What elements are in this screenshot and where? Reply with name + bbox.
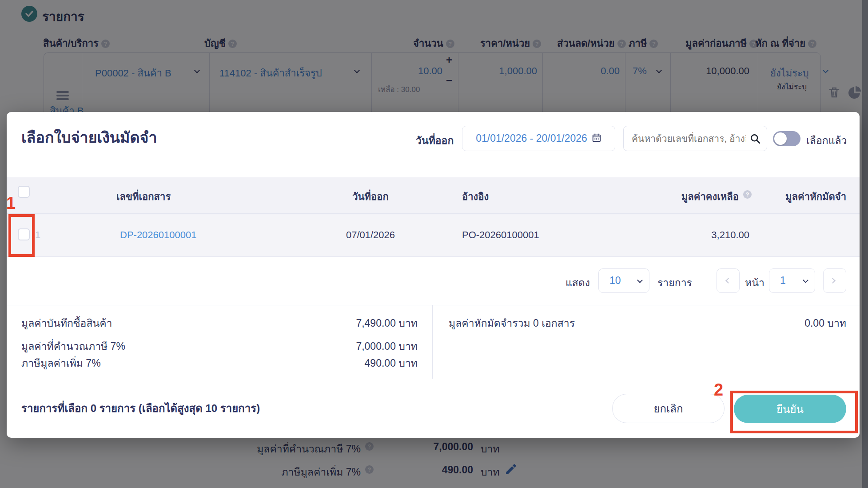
header-reference: อ้างอิง	[462, 189, 489, 204]
summary-value: 7,000.00 บาท	[273, 338, 418, 354]
select-all-checkbox[interactable]	[18, 186, 30, 198]
chevron-right-icon	[831, 278, 835, 286]
summary-right-value: 0.00 บาท	[713, 315, 846, 331]
modal-table-header: เลขที่เอกสาร วันที่ออก อ้างอิง มูลค่าคงเ…	[7, 177, 860, 214]
summary-label: มูลค่าที่คำนวณภาษี 7%	[21, 338, 125, 354]
row-remaining: 3,210.00	[650, 229, 749, 241]
search-box	[623, 126, 767, 151]
row-reference: PO-20260100001	[462, 229, 539, 241]
page-label: หน้า	[745, 275, 764, 291]
header-doc-no: เลขที่เอกสาร	[116, 189, 171, 204]
selected-only-toggle[interactable]	[773, 131, 800, 146]
page-select[interactable]: 1	[769, 268, 815, 293]
chevron-down-icon	[638, 278, 642, 286]
items-label: รายการ	[657, 275, 692, 291]
table-row[interactable]: 1 DP-20260100001 07/01/2026 PO-202601000…	[7, 214, 860, 257]
header-remaining: มูลค่าคงเหลือ	[628, 189, 739, 204]
search-icon[interactable]	[749, 132, 761, 147]
calendar-icon	[592, 133, 601, 144]
modal-title: เลือกใบจ่ายเงินมัดจำ	[21, 125, 157, 149]
cancel-button[interactable]: ยกเลิก	[612, 394, 725, 423]
app-screen: รายการ สินค้า/บริการ ? บัญชี ? จำนวน ? ร…	[0, 0, 868, 488]
summary-value: 490.00 บาท	[273, 355, 418, 371]
next-page-button[interactable]	[823, 268, 846, 293]
summary-value: 7,490.00 บาท	[273, 315, 418, 331]
annotation-box-2	[730, 391, 858, 433]
summary-label: มูลค่าบันทึกซื้อสินค้า	[21, 315, 112, 331]
date-range-input[interactable]: 01/01/2026 - 20/01/2026	[462, 126, 615, 151]
help-icon[interactable]: ?	[743, 190, 752, 199]
summary-divider	[432, 305, 433, 379]
annotation-box-1	[8, 214, 35, 257]
deposit-select-modal: เลือกใบจ่ายเงินมัดจำ วันที่ออก 01/01/202…	[7, 112, 860, 438]
header-deposit-deduct: มูลค่าหักมัดจำ	[757, 189, 846, 204]
toggle-knob	[774, 132, 787, 145]
summary-section: มูลค่าบันทึกซื้อสินค้า 7,490.00 บาท มูลค…	[7, 305, 860, 378]
annotation-step-2: 2	[714, 380, 723, 400]
page-size-select[interactable]: 10	[598, 268, 649, 293]
show-label: แสดง	[565, 275, 590, 291]
summary-right-label: มูลค่าหักมัดจำรวม 0 เอกสาร	[449, 315, 575, 331]
chevron-left-icon	[726, 278, 730, 286]
search-input[interactable]	[624, 126, 767, 151]
row-issue-date: 07/01/2026	[326, 229, 415, 241]
issue-date-label: วันที่ออก	[416, 132, 454, 148]
annotation-step-1: 1	[6, 194, 16, 213]
doc-no-link[interactable]: DP-20260100001	[120, 229, 196, 241]
chevron-down-icon	[804, 278, 808, 286]
summary-label: ภาษีมูลค่าเพิ่ม 7%	[21, 355, 101, 371]
prev-page-button[interactable]	[717, 268, 740, 293]
row-index: 1	[35, 229, 40, 241]
selected-only-label: เลือกแล้ว	[806, 132, 847, 148]
selected-count-text: รายการที่เลือก 0 รายการ (เลือกได้สูงสุด …	[21, 400, 260, 417]
header-issue-date: วันที่ออก	[326, 189, 415, 204]
